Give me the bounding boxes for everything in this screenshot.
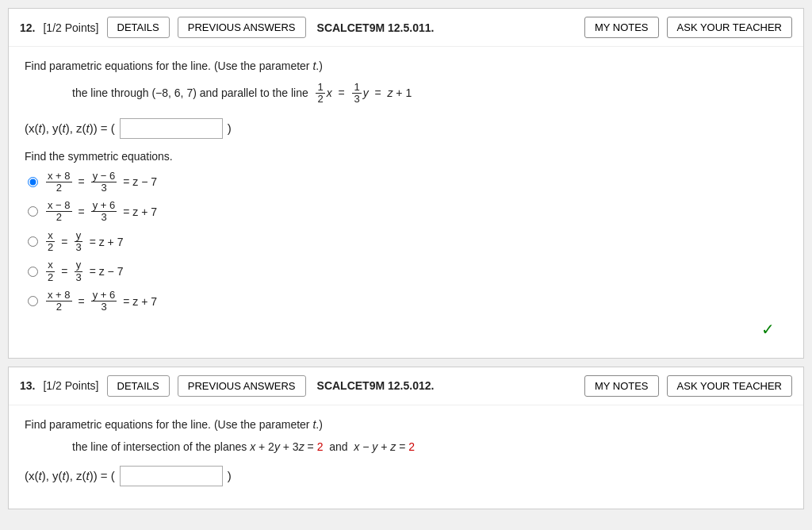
prev-answers-button-12[interactable]: PREVIOUS ANSWERS — [178, 17, 306, 38]
radio-12-3[interactable] — [28, 236, 38, 247]
radio-12-5[interactable] — [28, 296, 38, 306]
question-12-points: [1/2 Points] — [43, 21, 98, 34]
question-13-number: 13. — [20, 379, 35, 392]
parametric-answer-input-12[interactable] — [120, 118, 223, 139]
my-notes-button-12[interactable]: MY NOTES — [584, 17, 659, 38]
find-symmetric-label-12: Find the symmetric equations. — [25, 150, 787, 163]
problem-code-12: SCALCET9M 12.5.011. — [317, 21, 435, 34]
prev-answers-button-13[interactable]: PREVIOUS ANSWERS — [178, 375, 306, 397]
find-text-13: Find parametric equations for the line. … — [25, 418, 787, 431]
question-12-header: 12. [1/2 Points] DETAILS PREVIOUS ANSWER… — [9, 9, 803, 47]
question-13-body: Find parametric equations for the line. … — [9, 405, 803, 509]
find-text-12: Find parametric equations for the line. … — [25, 60, 787, 72]
ask-teacher-button-12[interactable]: ASK YOUR TEACHER — [667, 17, 792, 38]
radio-option-12-5: x + 82 = y + 63 = z + 7 — [25, 290, 787, 313]
details-button-13[interactable]: DETAILS — [107, 375, 170, 397]
question-13-header: 13. [1/2 Points] DETAILS PREVIOUS ANSWER… — [9, 367, 803, 405]
question-12-number: 12. — [20, 21, 35, 34]
radio-option-12-3: x2 = y3 = z + 7 — [25, 230, 787, 254]
question-13: 13. [1/2 Points] DETAILS PREVIOUS ANSWER… — [8, 367, 804, 509]
parametric-answer-input-13[interactable] — [120, 466, 223, 486]
checkmark-icon-12: ✓ — [761, 321, 775, 338]
problem-code-13: SCALCET9M 12.5.012. — [317, 379, 435, 392]
radio-option-12-1: x + 82 = y − 63 = z − 7 — [25, 171, 787, 194]
answer-row-13: (x(t), y(t), z(t)) = ( ) — [25, 466, 787, 486]
answer-row-12: (x(t), y(t), z(t)) = ( ) — [25, 118, 787, 139]
radio-12-1[interactable] — [28, 177, 38, 187]
question-13-points: [1/2 Points] — [43, 379, 98, 392]
my-notes-button-13[interactable]: MY NOTES — [584, 375, 659, 397]
ask-teacher-button-13[interactable]: ASK YOUR TEACHER — [667, 375, 792, 397]
checkmark-area-12: ✓ — [25, 320, 787, 345]
radio-12-2[interactable] — [28, 206, 38, 217]
question-12: 12. [1/2 Points] DETAILS PREVIOUS ANSWER… — [8, 8, 804, 359]
details-button-12[interactable]: DETAILS — [107, 17, 170, 38]
radio-option-12-4: x2 = y3 = z − 7 — [25, 259, 787, 283]
line-description-13: the line of intersection of the planes x… — [72, 440, 787, 453]
line-description-12: the line through (−8, 6, 7) and parallel… — [72, 82, 787, 106]
radio-option-12-2: x − 82 = y + 63 = z + 7 — [25, 200, 787, 224]
radio-12-4[interactable] — [28, 267, 38, 277]
question-12-body: Find parametric equations for the line. … — [9, 47, 803, 358]
